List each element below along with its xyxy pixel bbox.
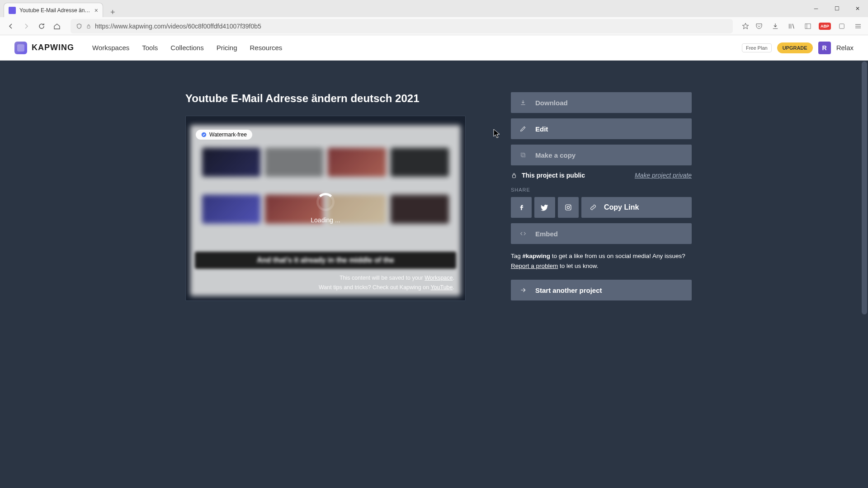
browser-tab[interactable]: Youtube E-Mail Adresse ändern × [4,3,103,17]
make-private-link[interactable]: Make project private [635,172,692,179]
nav-collections[interactable]: Collections [170,44,203,52]
svg-rect-1 [805,23,811,28]
copy-link-button[interactable]: Copy Link [581,197,692,218]
make-copy-button[interactable]: Make a copy [511,145,692,165]
back-button[interactable] [5,20,17,33]
embed-button[interactable]: Embed [511,223,692,244]
edit-label: Edit [535,125,548,133]
window-close-icon[interactable]: ✕ [847,1,868,16]
kapwing-logo[interactable]: KAPWING [14,42,74,54]
menu-icon[interactable] [853,22,863,30]
scrollbar-thumb[interactable] [862,61,867,314]
svg-point-8 [567,206,569,208]
visibility-row: This project is public Make project priv… [511,172,692,179]
logo-text: KAPWING [32,43,74,52]
lock-icon [511,172,517,178]
embed-label: Embed [535,230,558,238]
left-column: Youtube E-Mail Adresse ändern deutsch 20… [185,92,466,306]
close-icon[interactable]: × [94,7,98,14]
start-another-button[interactable]: Start another project [511,280,692,300]
tab-favicon [9,7,16,14]
start-another-label: Start another project [535,286,602,294]
logo-mark-icon [14,42,27,54]
copy-link-label: Copy Link [604,203,639,211]
app-header: KAPWING Workspaces Tools Collections Pri… [0,35,868,61]
svg-rect-6 [513,175,516,178]
browser-toolbar: https://www.kapwing.com/videos/60c8f00ff… [0,17,868,35]
minimize-icon[interactable]: ─ [806,1,826,16]
copy-icon [519,151,527,159]
browser-tabstrip: Youtube E-Mail Adresse ändern × + ─ ☐ ✕ [0,0,868,17]
embed-icon [519,230,527,237]
hashtag: #kapwing [523,253,551,259]
make-copy-label: Make a copy [535,151,576,159]
download-button[interactable]: Download [511,92,692,113]
nav-pricing[interactable]: Pricing [217,44,237,52]
page-title: Youtube E-Mail Adresse ändern deutsch 20… [185,92,466,105]
facebook-button[interactable] [511,197,532,218]
nav-workspaces[interactable]: Workspaces [92,44,129,52]
facebook-icon [517,203,525,211]
bookmark-icon[interactable] [740,22,751,30]
right-column: Download Edit Make a copy This project i… [511,92,692,306]
edit-button[interactable]: Edit [511,118,692,139]
watermark-chip: Watermark-free [196,130,252,140]
visibility-label: This project is public [522,172,585,179]
svg-rect-4 [522,154,525,157]
downloads-icon[interactable] [770,22,781,30]
scrollbar[interactable] [861,61,868,488]
svg-rect-0 [87,26,90,28]
youtube-link[interactable]: YouTube [430,284,453,291]
workspace-link[interactable]: Workspace [425,275,453,281]
upgrade-button[interactable]: UPGRADE [777,42,813,53]
url-text: https://www.kapwing.com/videos/60c8f00ff… [95,23,261,30]
lock-icon [86,23,91,29]
link-icon [590,204,597,211]
content: Youtube E-Mail Adresse ändern deutsch 20… [167,61,701,338]
forward-button[interactable] [20,20,33,33]
tag-text: Tag #kapwing to get a like from us on so… [511,251,692,271]
svg-rect-5 [521,153,524,156]
twitter-button[interactable] [534,197,555,218]
loading-text: Loading ... [311,216,340,224]
nav-resources[interactable]: Resources [250,44,283,52]
share-row: Copy Link [511,197,692,218]
visibility-status: This project is public [511,172,585,179]
tab-title: Youtube E-Mail Adresse ändern [19,7,92,14]
shield-icon [76,23,82,29]
main-nav: Workspaces Tools Collections Pricing Res… [92,44,282,52]
share-label: SHARE [511,187,692,192]
page-body: Youtube E-Mail Adresse ändern deutsch 20… [0,61,868,488]
avatar[interactable]: R [818,42,831,54]
sidebar-icon[interactable] [802,22,813,30]
svg-rect-2 [840,23,844,28]
pocket-icon[interactable] [754,22,764,30]
arrow-right-icon [519,286,527,294]
download-icon [519,99,527,106]
svg-point-9 [570,206,571,206]
check-icon [201,132,207,137]
reload-button[interactable] [35,20,48,33]
maximize-icon[interactable]: ☐ [826,1,847,16]
url-bar[interactable]: https://www.kapwing.com/videos/60c8f00ff… [71,19,733,33]
download-label: Download [535,99,568,107]
new-tab-button[interactable]: + [107,8,119,17]
header-right: Free Plan UPGRADE R Relax [742,42,854,54]
video-preview: Watermark-free And that's it already in … [185,116,466,301]
twitter-icon [541,203,549,211]
nav-tools[interactable]: Tools [142,44,158,52]
window-controls: ─ ☐ ✕ [806,0,868,17]
edit-icon [519,125,527,132]
spinner-icon [316,193,335,211]
extension-icon[interactable] [836,22,847,30]
library-icon[interactable] [786,22,797,30]
hint-text: This content will be saved to your Works… [319,273,454,293]
watermark-label: Watermark-free [209,131,247,138]
report-problem-link[interactable]: Report a problem [511,263,558,269]
home-button[interactable] [51,20,63,33]
instagram-button[interactable] [558,197,579,218]
username[interactable]: Relax [836,44,854,52]
instagram-icon [564,203,572,211]
plan-badge: Free Plan [742,43,772,52]
abp-badge-icon[interactable]: ABP [819,23,831,30]
